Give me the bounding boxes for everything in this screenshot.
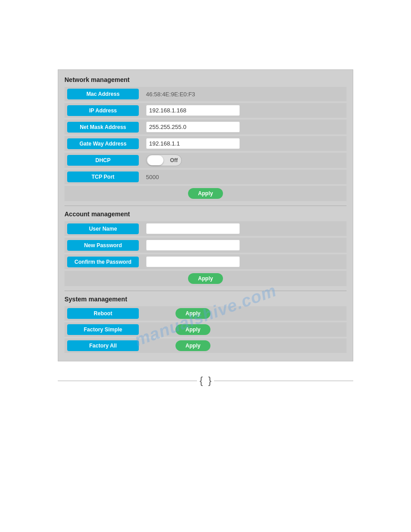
user-name-row: User Name <box>64 221 347 236</box>
ip-address-row: IP Address <box>64 103 347 118</box>
new-password-button[interactable]: New Password <box>67 240 139 251</box>
account-apply-button[interactable]: Apply <box>188 273 223 284</box>
gate-way-row: Gate Way Address <box>64 136 347 151</box>
gate-way-button[interactable]: Gate Way Address <box>67 138 139 149</box>
reboot-row: Reboot Apply <box>64 306 347 321</box>
dhcp-toggle-switch[interactable]: Off <box>146 154 182 166</box>
factory-all-button[interactable]: Factory All <box>67 340 139 351</box>
factory-all-apply-button[interactable]: Apply <box>176 340 210 351</box>
bottom-line-left <box>58 381 197 381</box>
dhcp-row: DHCP Off <box>64 153 347 168</box>
net-mask-input[interactable] <box>146 121 240 133</box>
user-name-input[interactable] <box>146 223 240 234</box>
bottom-line-right <box>214 381 353 381</box>
main-panel: Network management Mac Address 46:58:4E:… <box>58 69 353 361</box>
net-mask-row: Net Mask Address <box>64 120 347 134</box>
net-mask-button[interactable]: Net Mask Address <box>67 122 139 133</box>
tcp-port-button[interactable]: TCP Port <box>67 172 139 182</box>
user-name-button[interactable]: User Name <box>67 223 139 234</box>
gate-way-input[interactable] <box>146 138 240 149</box>
new-password-input[interactable] <box>146 240 240 251</box>
dhcp-toggle-container[interactable]: Off <box>146 154 182 166</box>
tcp-port-row: TCP Port 5000 <box>64 170 347 184</box>
factory-simple-row: Factory Simple Apply <box>64 322 347 337</box>
system-section-title: System management <box>64 296 347 303</box>
factory-simple-button[interactable]: Factory Simple <box>67 324 139 335</box>
dhcp-toggle-label: Off <box>170 157 178 163</box>
factory-simple-apply-button[interactable]: Apply <box>176 324 210 335</box>
mac-address-button[interactable]: Mac Address <box>67 89 139 99</box>
new-password-row: New Password <box>64 238 347 253</box>
network-apply-button[interactable]: Apply <box>188 188 223 199</box>
confirm-password-row: Confirm the Password <box>64 254 347 269</box>
reboot-button[interactable]: Reboot <box>67 308 139 319</box>
mac-address-value: 46:58:4E:9E:E0:F3 <box>146 91 344 98</box>
tcp-port-value: 5000 <box>146 174 344 180</box>
bottom-brace-left: { <box>200 375 203 386</box>
ip-address-button[interactable]: IP Address <box>67 105 139 116</box>
divider-1 <box>64 206 347 206</box>
bottom-decoration: { } <box>58 375 353 386</box>
dhcp-button[interactable]: DHCP <box>67 155 139 166</box>
confirm-password-input[interactable] <box>146 256 240 267</box>
divider-2 <box>64 291 347 291</box>
ip-address-input[interactable] <box>146 105 240 116</box>
bottom-brace-right: } <box>208 375 211 386</box>
account-apply-row: Apply <box>64 271 347 286</box>
confirm-password-button[interactable]: Confirm the Password <box>67 257 139 267</box>
network-section-title: Network management <box>64 76 347 83</box>
reboot-apply-button[interactable]: Apply <box>176 308 210 319</box>
mac-address-row: Mac Address 46:58:4E:9E:E0:F3 <box>64 87 347 101</box>
network-apply-row: Apply <box>64 186 347 201</box>
factory-all-row: Factory All Apply <box>64 339 347 353</box>
account-section-title: Account management <box>64 210 347 218</box>
dhcp-toggle-knob <box>147 155 163 165</box>
